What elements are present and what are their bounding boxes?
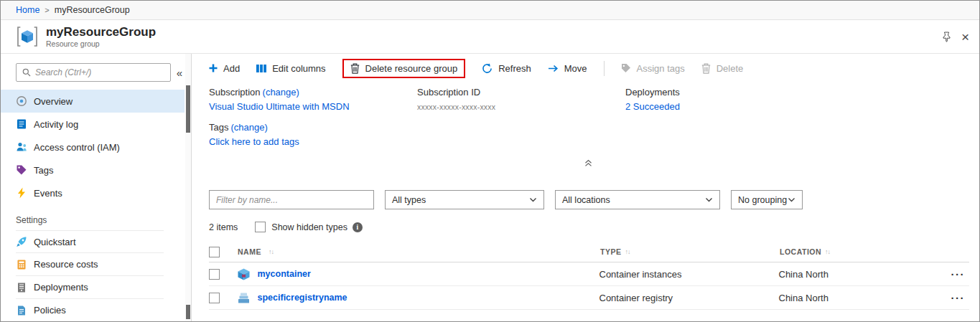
resource-link[interactable]: specificregistryname <box>258 293 347 303</box>
sidebar-item-deployments[interactable]: Deployments <box>16 276 164 299</box>
column-header-type[interactable]: TYPE ↑↓ <box>600 247 780 256</box>
add-button[interactable]: Add <box>209 63 240 74</box>
collapse-essentials-button[interactable] <box>579 158 597 169</box>
quickstart-icon <box>16 236 27 247</box>
filter-by-name-input[interactable] <box>209 190 374 209</box>
sidebar-item-label: Access control (IAM) <box>34 142 120 153</box>
type-filter-dropdown[interactable]: All types <box>385 190 544 209</box>
sidebar-item-events[interactable]: Events <box>1 181 185 204</box>
move-button[interactable]: Move <box>548 63 587 74</box>
row-checkbox[interactable] <box>209 269 220 280</box>
location-filter-dropdown[interactable]: All locations <box>555 190 720 209</box>
assign-tags-button[interactable]: Assign tags <box>621 63 685 74</box>
row-checkbox[interactable] <box>209 293 220 303</box>
edit-columns-button[interactable]: Edit columns <box>256 63 325 74</box>
deployments-value-link[interactable]: 2 Succeeded <box>625 101 680 112</box>
table-row[interactable]: specificregistryname Container registry … <box>209 286 969 310</box>
delete-resource-group-button[interactable]: Delete resource group <box>350 63 458 74</box>
policies-icon <box>16 305 27 316</box>
subscription-value-link[interactable]: Visual Studio Ultimate with MSDN <box>209 101 350 112</box>
context-menu-button[interactable]: ··· <box>951 292 966 304</box>
location-filter-value: All locations <box>562 195 610 205</box>
sidebar-search[interactable] <box>16 63 171 82</box>
azure-portal-window: Home > myResourceGroup myResourceGroup R… <box>0 0 980 322</box>
sidebar-settings-nav: Quickstart Resource costs Deployments <box>1 230 191 322</box>
breadcrumb-separator: > <box>45 6 49 14</box>
column-header-name[interactable]: NAME ↑↓ <box>238 247 600 256</box>
tags-change-link[interactable]: (change) <box>230 122 267 133</box>
sidebar-item-tags[interactable]: Tags <box>1 158 185 181</box>
tags-field: Tags(change) Click here to add tags <box>209 122 979 148</box>
delete-resource-group-highlight: Delete resource group <box>342 59 466 78</box>
delete-resource-group-label: Delete resource group <box>365 63 458 74</box>
sidebar-collapse-button[interactable]: « <box>175 67 184 79</box>
sidebar-nav: Overview Activity log Access control (IA… <box>1 90 191 204</box>
resource-link[interactable]: mycontainer <box>258 269 311 279</box>
show-hidden-checkbox[interactable] <box>255 222 266 232</box>
sidebar-item-resource-costs[interactable]: Resource costs <box>16 253 164 276</box>
activity-log-icon <box>16 118 27 130</box>
container-registry-icon <box>237 291 251 305</box>
resource-group-icon <box>17 26 38 47</box>
delete-label: Delete <box>717 63 744 74</box>
subscription-field: Subscription(change) Visual Studio Ultim… <box>209 87 417 113</box>
items-count: 2 items <box>209 222 238 232</box>
overview-icon <box>16 95 27 107</box>
title-block: myResourceGroup Resource group <box>46 25 156 48</box>
sidebar-item-label: Quickstart <box>34 237 76 247</box>
select-all-checkbox[interactable] <box>209 247 220 257</box>
add-tags-link[interactable]: Click here to add tags <box>209 136 299 147</box>
sidebar-item-overview[interactable]: Overview <box>1 90 185 113</box>
deployments-field: Deployments 2 Succeeded <box>625 87 834 113</box>
grouping-value: No grouping <box>738 195 787 205</box>
pin-icon[interactable] <box>942 32 951 42</box>
filter-bar: All types All locations No grouping <box>209 190 979 209</box>
toolbar-divider <box>604 61 605 76</box>
blade-header: myResourceGroup Resource group × <box>1 20 979 54</box>
table-row[interactable]: mycontainer Container instances China No… <box>209 262 969 286</box>
delete-button[interactable]: Delete <box>701 63 744 74</box>
events-icon <box>16 187 27 199</box>
settings-section-header: Settings <box>16 215 191 225</box>
column-label: TYPE <box>600 247 621 256</box>
sidebar-item-label: Events <box>34 188 62 199</box>
sidebar-item-label: Activity log <box>34 119 78 130</box>
tags-label: Tags <box>209 122 228 133</box>
sidebar-item-activity-log[interactable]: Activity log <box>1 113 185 136</box>
table-header-row: NAME ↑↓ TYPE ↑↓ LOCATION ↑↓ <box>209 242 969 262</box>
resource-menu-sidebar: « Overview Activity log <box>1 54 192 321</box>
add-label: Add <box>223 63 240 74</box>
scrollbar-thumb[interactable] <box>186 305 190 319</box>
sidebar-item-quickstart[interactable]: Quickstart <box>16 230 164 253</box>
sort-icon: ↑↓ <box>625 248 630 255</box>
close-icon[interactable]: × <box>961 32 969 42</box>
sidebar-top: « <box>1 63 191 82</box>
context-menu-button[interactable]: ··· <box>951 268 966 280</box>
refresh-button[interactable]: Refresh <box>482 63 531 74</box>
access-control-icon <box>16 141 27 153</box>
tags-icon <box>16 164 27 176</box>
items-summary-row: 2 items Show hidden types i <box>209 222 979 232</box>
refresh-icon <box>482 63 493 74</box>
deployments-icon <box>16 282 27 293</box>
subscription-label: Subscription <box>209 87 261 98</box>
header-actions: × <box>942 32 972 42</box>
breadcrumb: Home > myResourceGroup <box>1 1 979 20</box>
sidebar-item-access-control[interactable]: Access control (IAM) <box>1 136 185 158</box>
column-label: LOCATION <box>780 247 821 256</box>
sidebar-scrollbar[interactable] <box>185 54 191 321</box>
breadcrumb-home-link[interactable]: Home <box>16 5 39 15</box>
sidebar-item-policies[interactable]: Policies <box>16 299 164 322</box>
sidebar-item-label: Deployments <box>34 282 88 293</box>
column-header-location[interactable]: LOCATION ↑↓ <box>780 247 952 256</box>
search-input[interactable] <box>35 67 164 77</box>
trash-icon <box>701 63 711 74</box>
assign-tags-label: Assign tags <box>637 63 685 74</box>
command-bar: Add Edit columns Delete resource group <box>209 54 979 82</box>
info-icon[interactable]: i <box>353 222 363 232</box>
resource-location: China North <box>779 269 951 280</box>
resource-costs-icon <box>16 259 27 270</box>
subscription-change-link[interactable]: (change) <box>263 87 299 98</box>
grouping-dropdown[interactable]: No grouping <box>731 190 803 209</box>
scrollbar-thumb[interactable] <box>186 85 190 133</box>
